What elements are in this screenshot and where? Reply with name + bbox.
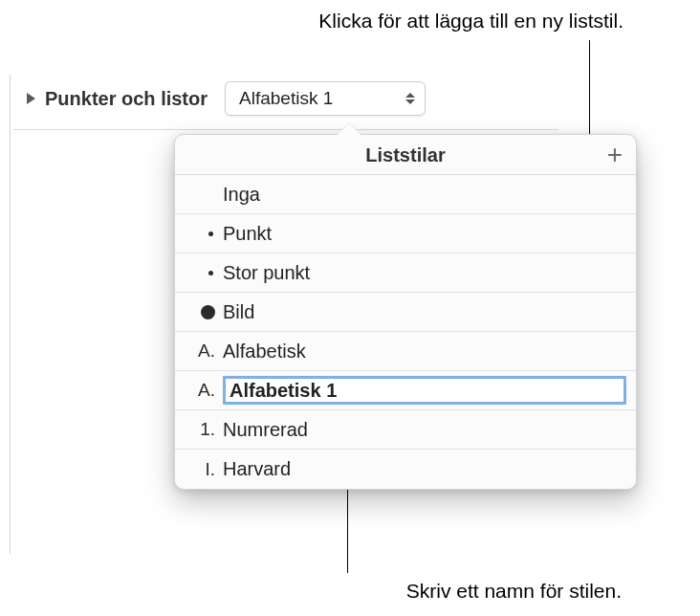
style-row[interactable]: 1.Numrerad — [175, 410, 636, 450]
style-list: IngaPunktStor punktBildA.AlfabetiskA.1.N… — [175, 175, 636, 489]
style-name: Harvard — [223, 458, 623, 480]
bullet-dot-icon — [208, 271, 213, 275]
style-row[interactable]: Stor punkt — [175, 253, 636, 293]
popover-title: Liststilar — [365, 144, 445, 165]
style-name-input[interactable] — [223, 376, 626, 405]
style-marker — [190, 305, 223, 319]
bullet-dot-icon — [208, 231, 213, 236]
style-name: Alfabetisk — [223, 341, 623, 363]
list-style-popup-value: Alfabetisk 1 — [239, 88, 390, 109]
style-marker: 1. — [190, 419, 223, 440]
style-row[interactable]: A.Alfabetisk — [175, 332, 636, 371]
callout-top-text: Klicka för att lägga till en ny liststil… — [318, 10, 623, 33]
bullets-lists-label: Punkter och listor — [45, 88, 208, 110]
style-row[interactable]: Punkt — [175, 214, 636, 253]
callout-bottom-text: Skriv ett namn för stilen. — [406, 580, 622, 603]
style-marker — [190, 231, 223, 236]
style-row[interactable]: I.Harvard — [175, 450, 636, 489]
style-name: Punkt — [223, 223, 623, 245]
inspector-panel: Punkter och listor Alfabetisk 1 — [13, 77, 558, 130]
panel-left-edge — [10, 75, 11, 554]
disclosure-triangle-icon[interactable] — [27, 93, 35, 104]
style-row[interactable]: Inga — [175, 175, 636, 214]
style-marker: A. — [190, 341, 223, 362]
style-name: Inga — [223, 184, 623, 206]
popover-caret — [337, 122, 361, 135]
plus-icon: + — [607, 140, 623, 169]
style-row[interactable]: Bild — [175, 293, 636, 332]
style-marker — [190, 271, 223, 275]
bullets-lists-header-row: Punkter och listor Alfabetisk 1 — [13, 77, 558, 130]
style-name: Stor punkt — [223, 262, 623, 284]
stepper-arrows-icon — [405, 93, 415, 104]
add-style-button[interactable]: + — [607, 142, 623, 168]
style-marker: I. — [190, 459, 223, 480]
style-name: Bild — [223, 301, 623, 323]
style-row[interactable]: A. — [175, 371, 636, 410]
popover-header: Liststilar + — [175, 135, 636, 175]
style-name: Numrerad — [223, 419, 623, 441]
list-styles-popover: Liststilar + IngaPunktStor punktBildA.Al… — [174, 134, 637, 490]
image-bullet-icon — [201, 305, 215, 319]
list-style-popup[interactable]: Alfabetisk 1 — [225, 81, 426, 116]
style-marker: A. — [190, 380, 223, 401]
